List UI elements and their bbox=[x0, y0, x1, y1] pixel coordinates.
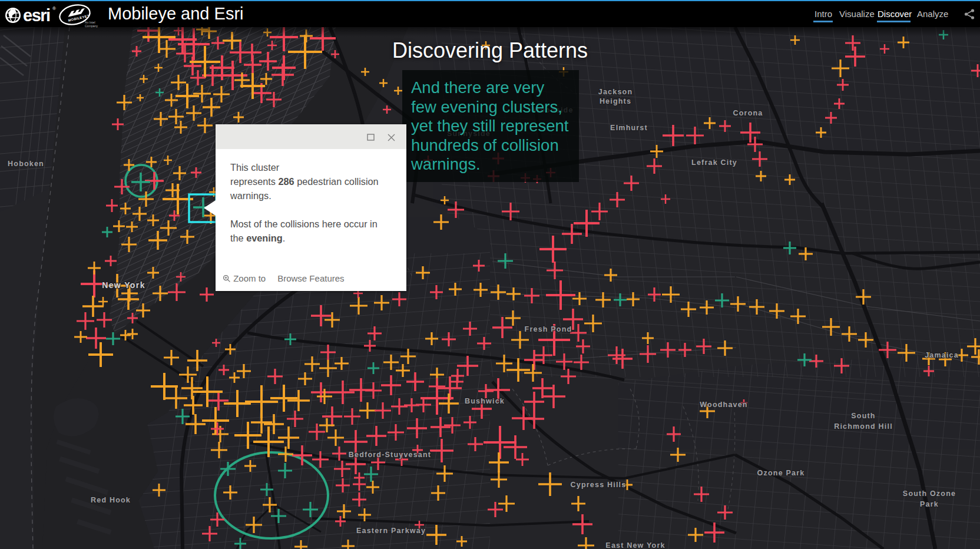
svg-text:Hoboken: Hoboken bbox=[8, 160, 44, 168]
svg-text:South Ozone: South Ozone bbox=[903, 490, 956, 498]
svg-text:Park: Park bbox=[920, 500, 939, 508]
svg-text:Cypress Hills: Cypress Hills bbox=[571, 481, 627, 489]
svg-text:Bushwick: Bushwick bbox=[465, 397, 505, 405]
svg-text:Fresh Pond: Fresh Pond bbox=[525, 325, 572, 333]
svg-text:Heights: Heights bbox=[600, 97, 631, 105]
svg-text:Jackson: Jackson bbox=[598, 88, 633, 96]
svg-text:Bedford-Stuyvesant: Bedford-Stuyvesant bbox=[349, 451, 431, 459]
svg-text:Elmhurst: Elmhurst bbox=[610, 124, 648, 132]
svg-text:Jamaica: Jamaica bbox=[925, 351, 959, 359]
svg-text:®: ® bbox=[52, 6, 56, 11]
svg-text:Company: Company bbox=[85, 24, 98, 28]
svg-text:East New York: East New York bbox=[605, 541, 665, 549]
svg-text:Ozone Park: Ozone Park bbox=[757, 469, 805, 477]
svg-text:Corona: Corona bbox=[733, 109, 763, 117]
svg-text:esri: esri bbox=[23, 6, 50, 25]
svg-text:Red Hook: Red Hook bbox=[91, 496, 131, 504]
svg-text:Richmond Hill: Richmond Hill bbox=[834, 422, 893, 431]
svg-text:New York: New York bbox=[102, 280, 145, 290]
svg-text:South: South bbox=[851, 412, 875, 420]
svg-text:An Intel: An Intel bbox=[85, 21, 95, 24]
svg-text:Lefrak City: Lefrak City bbox=[691, 158, 737, 167]
svg-text:Woodhaven: Woodhaven bbox=[700, 401, 747, 409]
svg-text:Eastern Parkway: Eastern Parkway bbox=[356, 527, 426, 535]
